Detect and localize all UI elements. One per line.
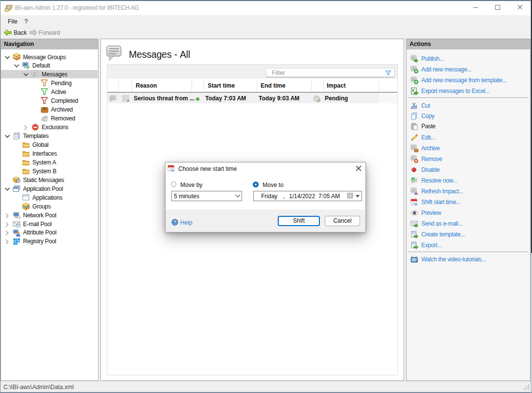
svg-text:?: ? xyxy=(174,220,176,225)
